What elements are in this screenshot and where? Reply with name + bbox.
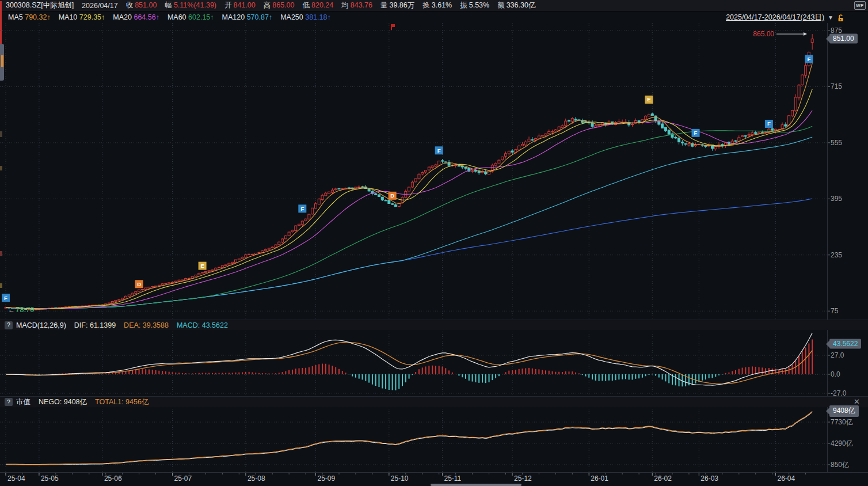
market-cap-chart[interactable] (0, 407, 831, 472)
price-tick-555: 555 (831, 139, 842, 147)
svg-text:F: F (694, 130, 698, 136)
event-marker (391, 24, 395, 27)
candles-layer (5, 34, 813, 310)
svg-text:F: F (4, 295, 7, 301)
event-badge-F[interactable]: F (435, 146, 443, 154)
help-icon[interactable]: ? (5, 398, 13, 406)
low-arrow-icon: ← (8, 306, 15, 314)
chevron-down-icon[interactable]: ▼ (828, 14, 833, 21)
quote-field-幅: 幅5.11%(41.39) (165, 1, 216, 10)
price-tick-75: 75 (831, 307, 838, 315)
ma-legend-ma10: MA10 729.35↑ (59, 13, 105, 21)
event-badge-E[interactable]: E (645, 96, 653, 104)
x-label-25-08: 25-08 (248, 474, 265, 483)
total1-line (6, 411, 812, 464)
price-tick-395: 395 (831, 195, 842, 203)
event-badge-F[interactable]: F (765, 120, 773, 128)
quote-field-额: 额336.30亿 (497, 1, 535, 10)
macd-tick-27.0: 27.0 (831, 351, 844, 359)
date-range-link[interactable]: 2025/04/17-2026/04/17(243日) (726, 13, 824, 22)
main-candlestick-chart[interactable]: FDEFDFEFFF865.00←78.70 (0, 23, 831, 320)
x-label-26-04: 26-04 (777, 474, 795, 483)
event-badge-D[interactable]: D (389, 192, 397, 200)
macd-dea-value: DEA: 39.3588 (124, 321, 169, 329)
ma-legend-ma60: MA60 602.15↑ (167, 13, 214, 21)
quote-bar: 300308.SZ[中际旭创] 2026/04/17 收851.00幅5.11%… (0, 0, 868, 12)
x-label-25-10: 25-10 (391, 474, 409, 483)
svg-text:D: D (390, 192, 394, 199)
event-badges-layer: FDEFDFEFFF (2, 55, 813, 302)
event-badge-F[interactable]: F (2, 294, 10, 302)
event-badge-F[interactable]: F (692, 129, 700, 137)
quote-field-开: 开841.00 (224, 1, 256, 10)
x-label-26-03: 26-03 (701, 474, 718, 483)
ma-legend-ma5: MA5 790.32↑ (8, 13, 51, 21)
high-annotation: 865.00 (753, 30, 774, 38)
x-label-26-02: 26-02 (654, 474, 672, 483)
svg-text:E: E (647, 96, 650, 102)
x-label-25-12: 25-12 (514, 474, 532, 483)
cap-title[interactable]: 市值 (16, 397, 31, 407)
event-badge-E[interactable]: E (199, 262, 207, 270)
cap-nego-value: NEGO: 9408亿 (39, 397, 87, 407)
cap-tick-850: 850亿 (831, 460, 849, 470)
unlocked-padlock-icon[interactable] (837, 14, 845, 22)
time-axis: 25-0425-0525-0625-0725-0825-0925-1025-11… (0, 472, 868, 486)
quote-date: 2026/04/17 (82, 2, 118, 10)
quote-field-高: 高865.00 (264, 1, 295, 10)
quote-field-收: 收851.00 (126, 1, 157, 10)
price-tick-715: 715 (831, 82, 842, 90)
svg-text:F: F (300, 206, 304, 212)
cap-header: ? 市值 NEGO: 9408亿 TOTAL1: 9456亿 ✕ (0, 396, 868, 407)
macd-tick-0.0: 0.0 (831, 370, 840, 378)
ma-legend-row: MA5 790.32↑MA10 729.35↑MA20 664.56↑MA60 … (0, 11, 868, 23)
svg-text:E: E (200, 263, 204, 269)
event-marker (391, 27, 392, 30)
cap-total-value: TOTAL1: 9456亿 (95, 397, 149, 407)
low-annotation: 78.70 (16, 305, 35, 314)
ma-items: MA5 790.32↑MA10 729.35↑MA20 664.56↑MA60 … (0, 13, 331, 21)
high-arrow-icon (804, 32, 807, 36)
cap-tick-7730: 7730亿 (831, 417, 853, 427)
ma-lines-layer (6, 63, 812, 309)
x-label-25-06: 25-06 (104, 474, 122, 483)
macd-chart[interactable] (0, 329, 831, 396)
wp-logo-icon[interactable]: WP (854, 1, 866, 10)
macd-title[interactable]: MACD(12,26,9) (16, 321, 66, 329)
h-scrollbar-thumb[interactable] (431, 484, 521, 486)
x-label-25-04: 25-04 (7, 474, 25, 483)
quote-field-振: 振5.53% (460, 1, 489, 10)
event-badge-F[interactable]: F (805, 55, 813, 63)
stock-code[interactable]: 300308.SZ[中际旭创] (6, 1, 74, 10)
svg-text:F: F (767, 120, 771, 127)
x-label-25-07: 25-07 (174, 474, 192, 483)
svg-text:D: D (137, 281, 141, 287)
macd-value-tag: 43.5622 (829, 339, 861, 349)
current-price-tag: 851.00 (829, 34, 858, 44)
ma-legend-ma120: MA120 570.87↑ (222, 13, 273, 21)
nego-line (6, 412, 812, 465)
price-tick-235: 235 (831, 251, 842, 259)
macd-dif-value: DIF: 61.1399 (74, 321, 116, 329)
macd-hist-value: MACD: 43.5622 (177, 321, 228, 329)
quote-field-量: 量39.86万 (380, 1, 414, 10)
quote-field-均: 均843.76 (341, 1, 372, 10)
event-badge-F[interactable]: F (298, 204, 306, 212)
help-icon[interactable]: ? (5, 321, 13, 329)
macd-header: ? MACD(12,26,9) DIF: 61.1399 DEA: 39.358… (0, 320, 868, 330)
macd-tick--27.0: -27.0 (831, 389, 846, 397)
event-badge-D[interactable]: D (135, 280, 143, 288)
trading-terminal: 300308.SZ[中际旭创] 2026/04/17 收851.00幅5.11%… (0, 0, 868, 486)
x-label-25-05: 25-05 (41, 474, 59, 483)
svg-text:F: F (807, 56, 810, 62)
ma-legend-ma20: MA20 664.56↑ (113, 13, 159, 21)
x-label-26-01: 26-01 (591, 474, 608, 483)
quote-field-低: 低820.24 (303, 1, 334, 10)
cap-tick-4290: 4290亿 (831, 438, 853, 448)
x-label-25-09: 25-09 (317, 474, 335, 483)
close-icon[interactable]: ✕ (854, 397, 860, 406)
cap-value-tag: 9408亿 (829, 405, 859, 417)
svg-text:F: F (437, 147, 441, 154)
quote-fields: 收851.00幅5.11%(41.39)开841.00高865.00低820.2… (118, 1, 536, 10)
ma-legend-ma250: MA250 381.18↑ (280, 13, 331, 21)
